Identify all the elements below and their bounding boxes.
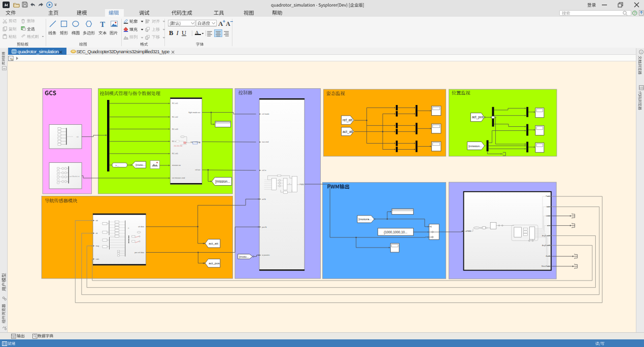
svg-text:pos fb: pos fb [262,226,267,228]
svg-text:>...: >... [115,164,119,167]
svg-text:vPWM: vPWM [466,230,471,232]
svg-text:i: i [640,50,641,54]
svg-text:~: ~ [100,246,101,248]
svg-text:?: ? [633,11,635,15]
svg-text:~: ~ [100,231,101,233]
svg-text:ref out: ref out [195,169,200,171]
svg-text:~: ~ [100,223,101,225]
svg-text:RC ch3: RC ch3 [172,128,178,130]
svg-text:[moto...: [moto... [135,163,146,166]
svg-text:260 260 260: 260 260 260 [174,145,183,147]
svg-text:nav cmd: nav cmd [262,141,268,143]
svg-text:RC ch1: RC ch1 [172,102,178,105]
svg-text:att fb: att fb [262,198,266,200]
svg-text:101: 101 [639,86,643,89]
svg-text:[mission...: [mission... [215,180,230,184]
svg-text:w params: w params [262,254,269,256]
svg-text:[motora...: [motora... [359,217,372,221]
svg-text:RC ch2: RC ch2 [172,116,178,118]
svg-text:[mission...: [mission... [468,145,482,148]
svg-text:T: T [100,20,105,27]
svg-text:flight mode out: flight mode out [189,112,200,114]
svg-text:act_pos: act_pos [472,115,484,119]
svg-text:ctrl in: ctrl in [262,169,266,171]
svg-text:act_pos: act_pos [209,261,220,265]
svg-text:rads: rads [96,258,99,260]
svg-text:dt: dt [128,227,129,229]
svg-text:att data: att data [138,226,144,228]
svg-text:act_att: act_att [209,241,218,245]
svg-text:{1000,1000,10...: {1000,1000,10... [384,230,408,234]
svg-text:ab: ab [96,232,98,234]
svg-text:mag: mag [96,245,99,247]
svg-text:[moto...: [moto... [239,255,249,258]
svg-text:nav cmd out: nav cmd out [190,141,200,143]
svg-text:rsb: rsb [77,136,79,138]
svg-text:uart Mavlink int: uart Mavlink int [70,176,80,178]
svg-text:ctrl mode: ctrl mode [262,113,269,115]
svg-text:PWM: PWM [299,184,303,186]
svg-text:~: ~ [100,239,101,241]
svg-text:pos vel data: pos vel data [134,252,144,254]
svg-text:mission sw: mission sw [172,164,181,166]
svg-text:ext mission cmd: ext mission cmd [172,177,185,179]
svg-text:act_att: act_att [343,130,353,134]
svg-text:wb: wb [96,220,98,222]
svg-text:RC ch5: RC ch5 [172,153,178,155]
svg-text:ref_att: ref_att [343,118,352,122]
